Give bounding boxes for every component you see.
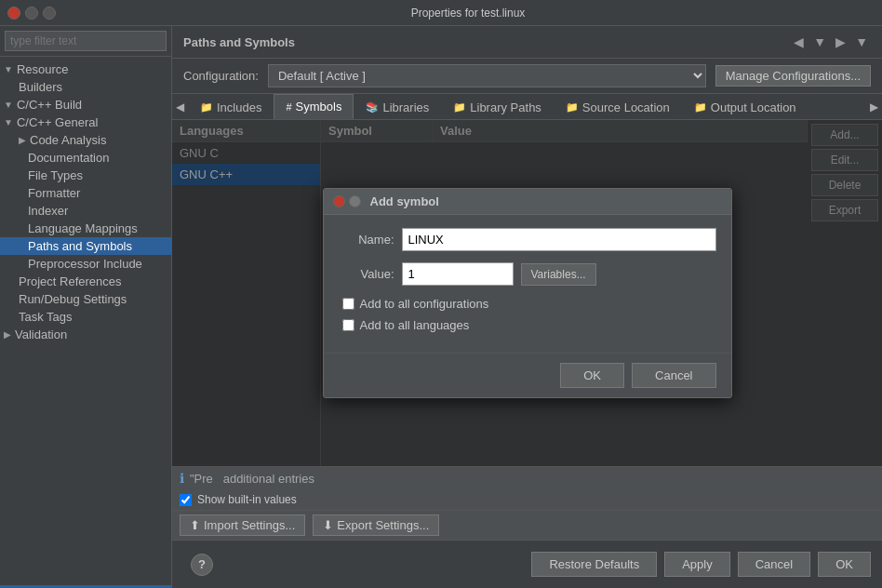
outputlocation-tab-icon: 📁: [694, 101, 707, 114]
help-button[interactable]: ?: [191, 554, 213, 576]
value-label: Value:: [339, 267, 394, 281]
modal-title: Add symbol: [370, 194, 439, 208]
tab-symbols-label: Symbols: [296, 100, 342, 114]
add-to-all-languages-label: Add to all languages: [360, 318, 470, 332]
add-to-all-languages-checkbox[interactable]: [342, 319, 354, 331]
modal-body: Name: Value: Variables... Add to all con…: [324, 215, 731, 353]
add-to-all-configurations-checkbox[interactable]: [342, 298, 354, 310]
title-bar-buttons: [7, 7, 56, 20]
tab-libraries[interactable]: 📚 Libraries: [354, 94, 441, 119]
sidebar-item-tasktags[interactable]: Task Tags: [0, 308, 171, 326]
filter-input[interactable]: [5, 31, 167, 51]
close-button[interactable]: [7, 7, 20, 20]
restore-defaults-button[interactable]: Restore Defaults: [531, 552, 657, 577]
sidebar-item-cppgeneral[interactable]: ▼ C/C++ General: [0, 114, 171, 131]
tab-sourcelocation[interactable]: 📁 Source Location: [554, 94, 682, 119]
expand-arrow-icon: ▼: [4, 64, 13, 74]
main-content: ▼ Resource Builders ▼ C/C++ Build ▼ C/C+…: [0, 26, 882, 588]
sidebar-item-formatter[interactable]: Formatter: [0, 184, 171, 202]
main-window: Properties for test.linux ▼ Resource Bui…: [0, 0, 882, 588]
modal-close-button[interactable]: [333, 195, 345, 207]
sidebar-item-label: Indexer: [28, 204, 68, 218]
sidebar-item-filetypes[interactable]: File Types: [0, 167, 171, 184]
config-select[interactable]: Default [ Active ]: [268, 64, 706, 87]
sidebar: ▼ Resource Builders ▼ C/C++ Build ▼ C/C+…: [0, 26, 172, 588]
minimize-button[interactable]: [25, 7, 38, 20]
tab-includes[interactable]: 📁 Includes: [188, 94, 274, 119]
tab-outputlocation[interactable]: 📁 Output Location: [682, 94, 808, 119]
add-symbol-dialog: Add symbol Name: Value: Variables...: [323, 188, 732, 398]
sidebar-item-preprocessor[interactable]: Preprocessor Include: [0, 255, 171, 273]
footer-left: ?: [183, 554, 524, 576]
show-builtin-checkbox[interactable]: [180, 494, 192, 506]
info-icon: ℹ: [180, 471, 184, 486]
import-export-row: ⬆ Import Settings... ⬇ Export Settings..…: [172, 510, 882, 540]
sidebar-item-languagemappings[interactable]: Language Mappings: [0, 220, 171, 237]
sidebar-item-label: Code Analysis: [30, 133, 106, 147]
modal-cancel-button[interactable]: Cancel: [632, 363, 715, 388]
sidebar-item-indexer[interactable]: Indexer: [0, 202, 171, 220]
variables-button[interactable]: Variables...: [521, 263, 596, 286]
sidebar-item-validation[interactable]: ▶ Validation: [0, 326, 171, 343]
window-title: Properties for test.linux: [61, 7, 875, 20]
nav-dropdown-button[interactable]: ▼: [810, 33, 829, 50]
expand-arrow-icon: ▼: [4, 100, 13, 110]
title-bar: Properties for test.linux: [0, 0, 882, 26]
nav-back-button[interactable]: ◀: [791, 33, 807, 50]
sidebar-item-label: Builders: [19, 80, 62, 94]
sidebar-item-label: Preprocessor Include: [28, 257, 142, 271]
sidebar-item-label: Language Mappings: [28, 221, 138, 235]
name-row: Name:: [339, 228, 716, 251]
cancel-button[interactable]: Cancel: [738, 552, 810, 577]
sourcelocation-tab-icon: 📁: [566, 101, 579, 114]
modal-minimize-button[interactable]: [349, 195, 361, 207]
maximize-button[interactable]: [43, 7, 56, 20]
name-label: Name:: [339, 233, 394, 247]
modal-ok-button[interactable]: OK: [560, 363, 624, 388]
sidebar-item-rundebugsettings[interactable]: Run/Debug Settings: [0, 290, 171, 308]
content-area: Languages Symbol Value GNU C GNU C++: [172, 120, 882, 466]
tab-outputlocation-label: Output Location: [711, 100, 796, 114]
sidebar-item-pathssymbols[interactable]: Paths and Symbols: [0, 237, 171, 255]
tab-scroll-left-button[interactable]: ◀: [172, 97, 188, 117]
sidebar-item-label: Project References: [19, 274, 122, 288]
sidebar-item-label: Run/Debug Settings: [19, 292, 127, 306]
tab-includes-label: Includes: [217, 100, 261, 114]
tab-libraries-label: Libraries: [382, 100, 429, 114]
add-to-all-languages-row: Add to all languages: [339, 318, 716, 332]
modal-title-buttons: [333, 195, 361, 207]
sidebar-item-builders[interactable]: Builders: [0, 78, 171, 96]
sidebar-item-label: Task Tags: [19, 310, 73, 324]
sidebar-item-codeanalysis[interactable]: ▶ Code Analysis: [0, 131, 171, 149]
libraries-tab-icon: 📚: [366, 101, 379, 114]
nav-forward-button[interactable]: ▶: [833, 33, 849, 50]
filter-box: [0, 26, 171, 57]
sidebar-item-projectrefs[interactable]: Project References: [0, 273, 171, 290]
tab-symbols[interactable]: # Symbols: [274, 94, 354, 119]
tab-librarypaths[interactable]: 📁 Library Paths: [441, 94, 554, 119]
nav-forward-dropdown-button[interactable]: ▼: [852, 33, 871, 50]
sidebar-item-cppbuild[interactable]: ▼ C/C++ Build: [0, 96, 171, 114]
sidebar-item-label: C/C++ Build: [17, 98, 82, 112]
tab-scroll-right-button[interactable]: ▶: [866, 97, 882, 117]
sidebar-item-resource[interactable]: ▼ Resource: [0, 60, 171, 78]
show-builtin-row: Show built-in values: [172, 489, 882, 510]
import-settings-button[interactable]: ⬆ Import Settings...: [180, 514, 305, 536]
ok-button[interactable]: OK: [818, 552, 871, 577]
export-settings-button[interactable]: ⬇ Export Settings...: [313, 514, 439, 536]
export-icon: ⬇: [323, 518, 333, 532]
expand-arrow-icon: ▶: [19, 135, 26, 145]
tabs-container: ◀ 📁 Includes # Symbols 📚 Libraries: [172, 94, 882, 120]
name-input[interactable]: [402, 228, 716, 251]
expand-arrow-icon: ▼: [4, 117, 13, 127]
value-row: Value: Variables...: [339, 262, 716, 286]
bottom-info: ℹ "Pre additional entries: [172, 466, 882, 489]
add-to-all-configurations-label: Add to all configurations: [360, 297, 489, 311]
sidebar-item-documentation[interactable]: Documentation: [0, 149, 171, 167]
value-input[interactable]: [402, 262, 514, 286]
sidebar-item-label: Documentation: [28, 151, 109, 165]
show-builtin-label: Show built-in values: [197, 493, 297, 506]
manage-configurations-button[interactable]: Manage Configurations...: [715, 65, 871, 87]
panel-nav-buttons: ◀ ▼ ▶ ▼: [791, 33, 871, 50]
apply-button[interactable]: Apply: [664, 552, 730, 577]
